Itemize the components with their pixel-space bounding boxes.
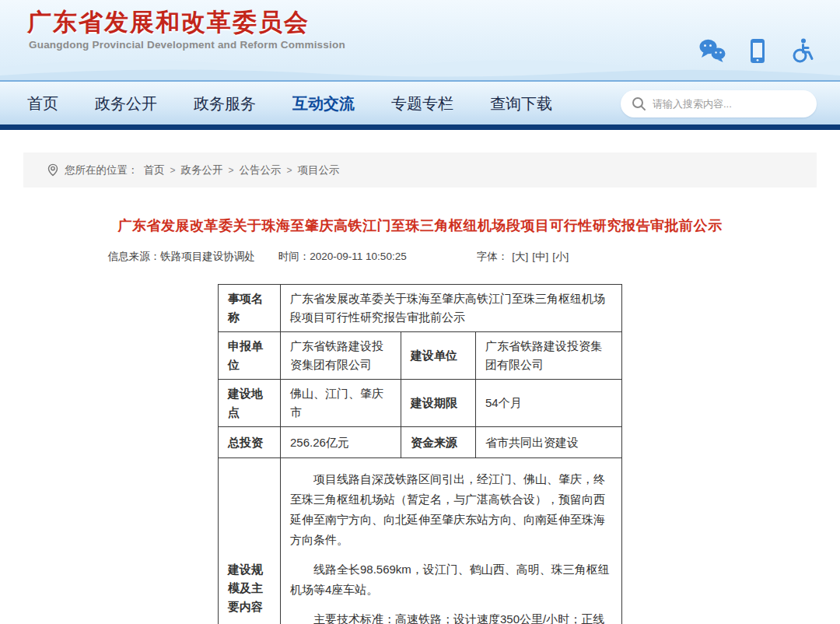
table-row: 总投资 256.26亿元 资金来源 省市共同出资建设: [218, 427, 621, 458]
row-label: 建设地点: [218, 380, 280, 427]
page-title: 广东省发展改革委关于珠海至肇庆高铁江门至珠三角枢纽机场段项目可行性研究报告审批前…: [0, 216, 840, 235]
font-size-medium-button[interactable]: [中]: [532, 250, 548, 264]
search-box[interactable]: [621, 90, 817, 117]
site-header: 广东省发展和改革委员会 Guangdong Provincial Develop…: [0, 0, 840, 80]
row-value: 佛山、江门、肇庆市: [280, 380, 401, 427]
meta-source: 信息来源：铁路项目建设协调处: [108, 250, 255, 264]
row-label: 总投资: [218, 427, 280, 458]
breadcrumb-separator: >: [287, 165, 292, 176]
content-paragraph: 线路全长98.569km，设江门、鹤山西、高明、珠三角枢纽机场等4座车站。: [290, 559, 612, 600]
nav-item-home[interactable]: 首页: [27, 93, 58, 114]
table-row: 建设规模及主要内容 项目线路自深茂铁路区间引出，经江门、佛山、肇庆，终至珠三角枢…: [218, 458, 621, 624]
row-label: 建设期限: [401, 380, 475, 427]
table-row: 申报单位 广东省铁路建设投资集团有限公司 建设单位 广东省铁路建设投资集团有限公…: [218, 332, 621, 380]
row-value: 54个月: [475, 380, 621, 427]
table-row: 建设地点 佛山、江门、肇庆市 建设期限 54个月: [218, 380, 621, 427]
search-icon: [632, 96, 646, 111]
wechat-icon[interactable]: [698, 38, 726, 63]
mobile-icon[interactable]: [750, 38, 765, 64]
nav-item-gov-disclosure[interactable]: 政务公开: [95, 93, 157, 114]
location-pin-icon: [47, 163, 59, 177]
breadcrumb: 您所在的位置： 首页 > 政务公开 > 公告公示 > 项目公示: [23, 152, 817, 188]
breadcrumb-project-publicity[interactable]: 项目公示: [298, 163, 340, 177]
table-row: 事项名称 广东省发展改革委关于珠海至肇庆高铁江门至珠三角枢纽机场段项目可行性研究…: [218, 285, 621, 332]
accessibility-icon[interactable]: [789, 37, 815, 64]
font-size-small-button[interactable]: [小]: [552, 250, 569, 264]
header-icon-group: [698, 37, 815, 64]
search-input[interactable]: [653, 98, 806, 110]
project-info-table: 事项名称 广东省发展改革委关于珠海至肇庆高铁江门至珠三角枢纽机场段项目可行性研究…: [218, 284, 622, 624]
meta-time: 时间：2020-09-11 10:50:25: [278, 250, 407, 264]
content-paragraph: 主要技术标准：高速铁路；设计速度350公里/小时；正线数目为双线；正线线间距为5…: [290, 609, 612, 624]
font-size-large-button[interactable]: [大]: [512, 250, 528, 264]
row-label: 申报单位: [218, 332, 280, 380]
breadcrumb-home[interactable]: 首页: [144, 163, 165, 177]
breadcrumb-gov-disclosure[interactable]: 政务公开: [181, 163, 223, 177]
breadcrumb-announcements[interactable]: 公告公示: [240, 163, 282, 177]
row-label: 资金来源: [401, 427, 475, 458]
breadcrumb-separator: >: [170, 165, 176, 176]
row-value: 项目线路自深茂铁路区间引出，经江门、佛山、肇庆，终至珠三角枢纽机场站（暂定名，与…: [280, 458, 621, 624]
row-value: 广东省铁路建设投资集团有限公司: [280, 332, 401, 380]
nav-item-downloads[interactable]: 查询下载: [490, 93, 552, 114]
font-size-switcher: 字体： [大] [中] [小]: [477, 250, 569, 264]
row-value: 广东省铁路建设投资集团有限公司: [475, 332, 621, 380]
nav-item-gov-services[interactable]: 政务服务: [194, 93, 256, 114]
site-title: 广东省发展和改革委员会: [27, 6, 310, 39]
nav-item-special-topics[interactable]: 专题专栏: [391, 93, 453, 114]
content-paragraph: 项目线路自深茂铁路区间引出，经江门、佛山、肇庆，终至珠三角枢纽机场站（暂定名，与…: [290, 469, 612, 550]
breadcrumb-prefix: 您所在的位置：: [65, 163, 138, 177]
nav-item-interaction[interactable]: 互动交流: [292, 93, 355, 114]
row-label: 建设单位: [401, 332, 475, 380]
article-meta: 信息来源：铁路项目建设协调处 时间：2020-09-11 10:50:25 字体…: [0, 250, 758, 264]
row-label: 建设规模及主要内容: [218, 458, 280, 624]
row-value: 省市共同出资建设: [475, 427, 621, 458]
row-value: 广东省发展改革委关于珠海至肇庆高铁江门至珠三角枢纽机场段项目可行性研究报告审批前…: [280, 285, 621, 332]
breadcrumb-separator: >: [229, 165, 234, 176]
font-size-label: 字体：: [477, 250, 509, 264]
main-nav: 首页 政务公开 政务服务 互动交流 专题专栏 查询下载: [0, 80, 840, 130]
row-value: 256.26亿元: [280, 427, 401, 458]
row-label: 事项名称: [218, 285, 280, 332]
site-subtitle-english: Guangdong Provincial Development and Ref…: [29, 39, 345, 51]
